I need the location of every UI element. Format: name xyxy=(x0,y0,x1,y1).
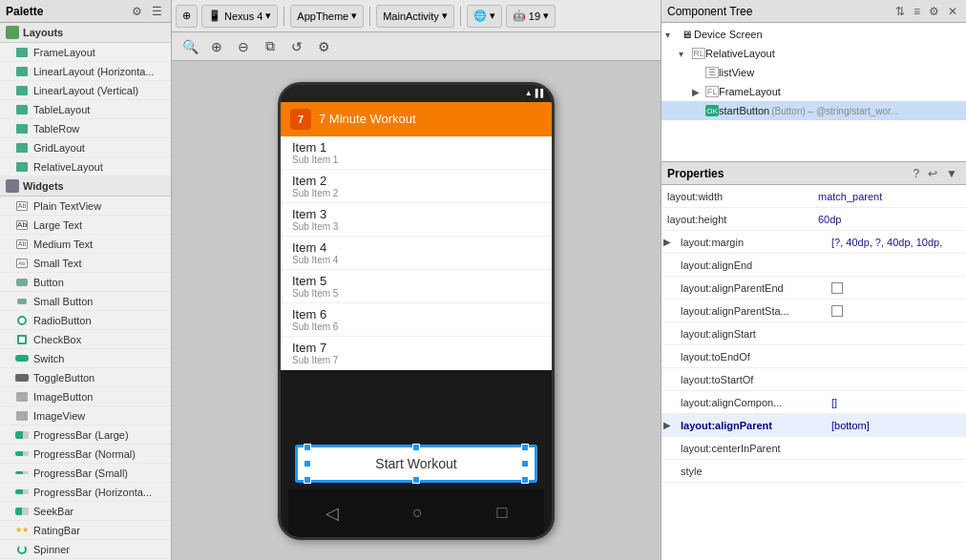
device-selector[interactable]: 📱 Nexus 4 ▾ xyxy=(201,5,278,28)
prop-row-align-end[interactable]: layout:alignEnd xyxy=(662,254,966,277)
list-item: Item 7 Sub Item 7 xyxy=(281,337,552,370)
tree-node-framelayout[interactable]: ▶ FL FrameLayout xyxy=(662,82,966,101)
prop-row-align-parent-start[interactable]: layout:alignParentSta... xyxy=(662,300,966,322)
prop-align-parent-start-checkbox[interactable] xyxy=(831,305,843,317)
tree-sort-icon[interactable]: ⇅ xyxy=(892,4,908,19)
nav-back-btn[interactable]: ◁ xyxy=(326,503,339,524)
palette-item-medium-text[interactable]: Ab Medium Text xyxy=(0,235,171,254)
prop-row-layout-width[interactable]: layout:width match_parent xyxy=(662,185,966,208)
prop-layout-margin-value: [?, 40dp, ?, 40dp, 10dp, xyxy=(828,237,966,248)
prop-row-style[interactable]: style xyxy=(662,460,966,483)
palette-item-togglebutton[interactable]: ToggleButton xyxy=(0,368,171,387)
palette-item-imagebutton[interactable]: ImageButton xyxy=(0,387,171,406)
widgets-section-icon xyxy=(6,179,19,193)
activity-selector[interactable]: MainActivity ▾ xyxy=(376,5,454,28)
prop-row-center-in-parent[interactable]: layout:centerInParent xyxy=(662,437,966,460)
prop-align-parent-end-checkbox[interactable] xyxy=(831,282,843,294)
palette-item-imageview[interactable]: ImageView xyxy=(0,406,171,425)
palette-item-small-button[interactable]: Small Button xyxy=(0,292,171,311)
design-area[interactable]: ▲ ▌▌ 7 7 Minute Workout Item 1 Sub Item … xyxy=(172,61,661,560)
tree-settings-icon[interactable]: ⚙ xyxy=(926,4,942,19)
palette-item-button[interactable]: Button xyxy=(0,273,171,292)
sep1 xyxy=(284,7,284,26)
palette-settings-icon[interactable]: ⚙ xyxy=(129,4,145,19)
linearlayout-v-label: LinearLayout (Vertical) xyxy=(33,85,138,96)
palette-item-switch[interactable]: Switch xyxy=(0,349,171,368)
tree-items: ▾ 🖥 Device Screen ▾ RL RelativeLayout ▾ … xyxy=(662,23,966,161)
palette-item-relativelayout[interactable]: RelativeLayout xyxy=(0,157,171,176)
palette-item-linearlayout-h[interactable]: LinearLayout (Horizonta... xyxy=(0,62,171,81)
prop-to-end-of-name: layout:toEndOf xyxy=(675,351,828,363)
nav-recent-btn[interactable]: □ xyxy=(496,503,507,523)
nav-home-btn[interactable]: ○ xyxy=(412,503,423,523)
palette-item-progressbar-large[interactable]: ProgressBar (Large) xyxy=(0,425,171,445)
locale-btn[interactable]: 🌐 ▾ xyxy=(467,5,502,28)
prop-layout-width-name: layout:width xyxy=(662,191,814,202)
phone-app-bar: 7 7 Minute Workout xyxy=(281,102,552,136)
props-undo-icon[interactable]: ↩ xyxy=(925,166,940,181)
tree-node-listview[interactable]: ▾ ☰ listView xyxy=(662,63,966,82)
refresh-btn[interactable]: ↺ xyxy=(286,36,307,57)
palette-item-tablelayout[interactable]: TableLayout xyxy=(0,100,171,119)
palette-item-radiobutton[interactable]: RadioButton xyxy=(0,311,171,330)
app-title: 7 Minute Workout xyxy=(319,112,416,126)
palette-item-seekbar[interactable]: SeekBar xyxy=(0,502,171,521)
api-selector[interactable]: 🤖 19 ▾ xyxy=(506,5,556,28)
palette-item-linearlayout-v[interactable]: LinearLayout (Vertical) xyxy=(0,81,171,100)
palette-menu-icon[interactable]: ☰ xyxy=(149,4,165,19)
palette-item-progressbar-h[interactable]: ProgressBar (Horizonta... xyxy=(0,483,171,502)
palette-item-spinner[interactable]: Spinner xyxy=(0,540,171,559)
palette-item-tablerow[interactable]: TableRow xyxy=(0,119,171,138)
prop-align-end-name: layout:alignEnd xyxy=(675,259,828,271)
settings-btn[interactable]: ⚙ xyxy=(313,36,334,57)
prop-margin-expand[interactable]: ▶ xyxy=(662,237,675,247)
prop-row-layout-margin[interactable]: ▶ layout:margin [?, 40dp, ?, 40dp, 10dp, xyxy=(662,231,966,254)
prop-row-to-end-of[interactable]: layout:toEndOf xyxy=(662,345,966,368)
palette-item-gridlayout[interactable]: GridLayout xyxy=(0,138,171,157)
imagebutton-icon xyxy=(15,390,29,404)
prop-align-parent-expand[interactable]: ▶ xyxy=(662,420,675,430)
prop-center-in-parent-name: layout:centerInParent xyxy=(675,443,828,454)
component-tree-header: Component Tree ⇅ ≡ ⚙ ✕ xyxy=(662,0,966,23)
device-dropdown-icon: ▾ xyxy=(265,10,271,22)
props-help-icon[interactable]: ? xyxy=(910,166,922,181)
actual-size-btn[interactable]: ⧉ xyxy=(260,36,281,57)
device-screen-label: Device Screen xyxy=(694,29,763,40)
zoom-out-btn[interactable]: ⊖ xyxy=(233,36,254,57)
imagebutton-label: ImageButton xyxy=(33,391,93,403)
prop-row-align-parent-end[interactable]: layout:alignParentEnd xyxy=(662,277,966,300)
tree-node-device-screen[interactable]: ▾ 🖥 Device Screen xyxy=(662,25,966,44)
palette-item-framelayout[interactable]: FrameLayout xyxy=(0,43,171,62)
palette-item-ratingbar[interactable]: ★★ RatingBar xyxy=(0,521,171,540)
tree-node-relativelayout[interactable]: ▾ RL RelativeLayout xyxy=(662,44,966,63)
palette-header: Palette ⚙ ☰ xyxy=(0,0,171,23)
app-icon: 7 xyxy=(290,109,311,130)
palette-item-small-text[interactable]: Ab Small Text xyxy=(0,254,171,273)
theme-label: AppTheme xyxy=(297,10,348,22)
prop-row-align-component[interactable]: layout:alignCompon... [] xyxy=(662,391,966,414)
seekbar-label: SeekBar xyxy=(33,506,74,517)
palette-item-checkbox[interactable]: CheckBox xyxy=(0,330,171,349)
tree-close-icon[interactable]: ✕ xyxy=(945,4,960,19)
prop-row-layout-height[interactable]: layout:height 60dp xyxy=(662,208,966,231)
palette-item-progressbar-small[interactable]: ProgressBar (Small) xyxy=(0,464,171,483)
palette-item-plain-textview[interactable]: Ab Plain TextView xyxy=(0,197,171,216)
zoom-in-btn[interactable]: ⊕ xyxy=(206,36,227,57)
button-icon xyxy=(15,276,29,289)
seekbar-icon xyxy=(15,505,29,518)
theme-selector[interactable]: AppTheme ▾ xyxy=(290,5,364,28)
props-filter-icon[interactable]: ▼ xyxy=(943,166,960,181)
add-icon-btn[interactable]: ⊕ xyxy=(176,5,198,28)
right-panel: Component Tree ⇅ ≡ ⚙ ✕ ▾ 🖥 Device Screen… xyxy=(661,0,966,560)
palette-item-large-text[interactable]: Ab Large Text xyxy=(0,216,171,235)
prop-row-to-start-of[interactable]: layout:toStartOf xyxy=(662,368,966,391)
palette-item-progressbar-normal[interactable]: ProgressBar (Normal) xyxy=(0,445,171,464)
start-workout-button[interactable]: Start Workout xyxy=(296,446,536,482)
prop-row-align-parent[interactable]: ▶ layout:alignParent [bottom] xyxy=(662,414,966,437)
tree-node-startbutton[interactable]: ▾ OK startButton (Button) – @string/star… xyxy=(662,101,966,120)
prop-row-align-start[interactable]: layout:alignStart xyxy=(662,322,966,345)
zoom-fit-btn[interactable]: 🔍 xyxy=(179,36,200,57)
tree-filter-icon[interactable]: ≡ xyxy=(911,4,923,19)
ratingbar-label: RatingBar xyxy=(33,525,80,536)
radiobutton-icon xyxy=(15,314,29,327)
